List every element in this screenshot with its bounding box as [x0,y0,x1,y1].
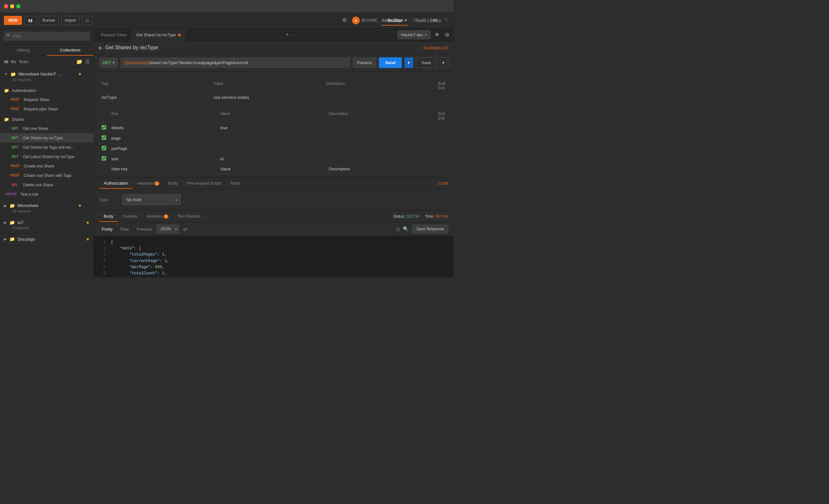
param-description[interactable] [324,93,436,102]
tab-test-results[interactable]: Test Results [173,211,205,222]
collection-header-microshare[interactable]: ▶ 📁 Microshare ★ ⋯ 30 requests [0,199,94,216]
runner-button[interactable]: Runner [39,16,59,25]
bulk-edit-button[interactable]: ⋯ Bulk Edit [436,105,448,123]
send-dropdown-button[interactable]: ▾ [404,57,413,68]
tab-tests[interactable]: Tests [225,178,244,189]
format-type-select[interactable]: JSON XML HTML Text [157,225,179,233]
new-folder-icon[interactable]: 📁 [76,59,82,65]
collection-header-docusign[interactable]: ▶ 📁 Docusign ★ [0,233,94,245]
param-key-placeholder[interactable]: New key [109,164,218,174]
request-item-get-one-share[interactable]: GET Get one Share [0,124,94,133]
save-button[interactable]: Save [416,57,436,68]
tab-collections[interactable]: Collections [47,44,94,56]
param-key[interactable]: details [109,123,218,133]
tab-cookies[interactable]: Cookies [118,211,142,222]
request-item-create-one-share[interactable]: POST Create one Share [0,161,94,171]
star-icon[interactable]: ★ [78,203,82,208]
request-tab-get-shares[interactable]: Get Shares by recType [132,29,186,41]
param-description[interactable] [326,123,435,133]
examples-link[interactable]: Examples (2) [423,45,448,50]
request-item-get-latest-shares[interactable]: GET Get Latest Shares by recType [0,152,94,161]
copy-icon[interactable]: ⎙ [397,226,400,232]
param-checkbox[interactable] [102,125,106,130]
filter-me[interactable]: Me [11,60,16,64]
bulk-edit-button[interactable]: ⋯ Bulk Edit [436,75,448,93]
tab-authorization[interactable]: Authorization [99,178,133,189]
sort-icon[interactable]: ☰ [85,59,90,65]
folder-icon: 📁 [9,220,15,225]
param-key[interactable]: page [109,133,218,143]
param-value[interactable]: true [218,123,326,133]
save-dropdown-button[interactable]: ▾ [439,57,448,68]
request-item-get-shares-by-rectype[interactable]: GET Get Shares by recType [0,133,94,143]
param-description[interactable] [326,143,435,154]
request-item-test-a-rule[interactable]: PATCH Test a rule [0,189,94,199]
request-item-request-token[interactable]: POST Request Token [0,95,94,104]
param-key[interactable]: sort [109,154,218,164]
new-button[interactable]: NEW [4,16,22,25]
maximize-button[interactable] [16,4,21,8]
environment-select[interactable]: HackIoT dev ▾ [398,30,431,39]
param-checkbox[interactable] [102,135,106,140]
param-desc-placeholder[interactable]: Description [326,164,435,174]
param-checkbox[interactable] [102,156,106,161]
param-value[interactable]: id [218,154,326,164]
format-preview-button[interactable]: Preview [134,225,154,233]
add-tab-button[interactable]: + [286,31,289,38]
save-response-button[interactable]: Save Response [412,225,448,233]
filter-all[interactable]: All [4,60,8,64]
collection-header-microshare-hackiot[interactable]: ▼ 📁 Microshare HackIoT ... ★ ⋯ 10 reques… [0,68,94,85]
main-tabs: Builder Team Library [382,15,448,26]
request-item-delete-one-share[interactable]: DEL Delete one Share [0,180,94,189]
tab-body-response[interactable]: Body [99,211,118,222]
search-icon[interactable]: 🔍 [403,226,409,232]
request-item-request-pipe-token[interactable]: POST Request pipe Token [0,104,94,114]
param-key[interactable]: recType [99,93,211,102]
import-button[interactable]: Import [61,16,79,25]
param-description[interactable] [326,154,435,164]
param-value[interactable] [218,143,326,154]
param-description[interactable] [326,133,435,143]
group-authentication[interactable]: 📁 Authentication ⋯ [0,85,94,95]
tab-body[interactable]: Body [164,178,183,189]
send-button[interactable]: Send [379,57,402,68]
search-input[interactable] [4,32,90,41]
star-icon[interactable]: ★ [78,72,82,76]
request-item-get-shares-by-tags[interactable]: GET Get Shares by Tags and rec... [0,143,94,152]
params-button[interactable]: Params [353,57,376,68]
star-icon[interactable]: ★ [86,237,90,242]
settings-icon[interactable]: ⚙ [341,16,348,25]
close-button[interactable] [4,4,8,8]
tab-pre-request-script[interactable]: Pre-request Script [182,178,225,189]
tab-headers-response[interactable]: Headers5 [142,211,173,222]
param-value[interactable] [218,133,326,143]
format-raw-button[interactable]: Raw [118,225,132,233]
wrap-icon[interactable]: ⇄ [183,226,187,232]
request-item-create-one-share-tags[interactable]: POST Create one Share with Tags [0,171,94,180]
filter-team[interactable]: Team [19,60,28,64]
param-checkbox[interactable] [102,146,106,150]
new-tab-button[interactable]: ◻ [82,16,92,25]
request-tab-token[interactable]: Request Token [97,29,132,41]
collection-header-iot[interactable]: ▶ 📁 IoT ★ 4 requests [0,217,94,233]
auth-type-select[interactable]: No Auth Bearer Token Basic Auth OAuth 2.… [122,194,181,205]
star-icon[interactable]: ★ [86,220,90,225]
expand-icon[interactable]: ▶ [99,45,103,50]
minimize-button[interactable] [10,4,14,8]
tab-history[interactable]: History [0,44,47,56]
param-value-placeholder[interactable]: Value [218,164,326,174]
more-tabs-button[interactable]: ⋯ [291,31,297,39]
eye-icon[interactable]: 👁 [433,31,441,39]
format-pretty-button[interactable]: Pretty [99,225,115,233]
settings-icon[interactable]: ⚙ [444,30,451,39]
method-select[interactable]: GET ▾ [99,58,118,68]
sidebar-toggle-button[interactable]: ▮▮ [25,16,36,25]
param-key[interactable]: perPage [109,143,218,154]
group-shares[interactable]: 📁 Shares ⋯ [0,114,94,124]
code-link[interactable]: Code [438,181,448,186]
param-value[interactable]: usa.senetco.sodaq [211,93,324,102]
tab-headers[interactable]: Headers1 [133,178,164,189]
tab-builder[interactable]: Builder [382,15,409,26]
url-input[interactable]: {{hostname}}/share/:recType?details=true… [120,57,350,68]
tab-team-library[interactable]: Team Library [408,15,447,26]
